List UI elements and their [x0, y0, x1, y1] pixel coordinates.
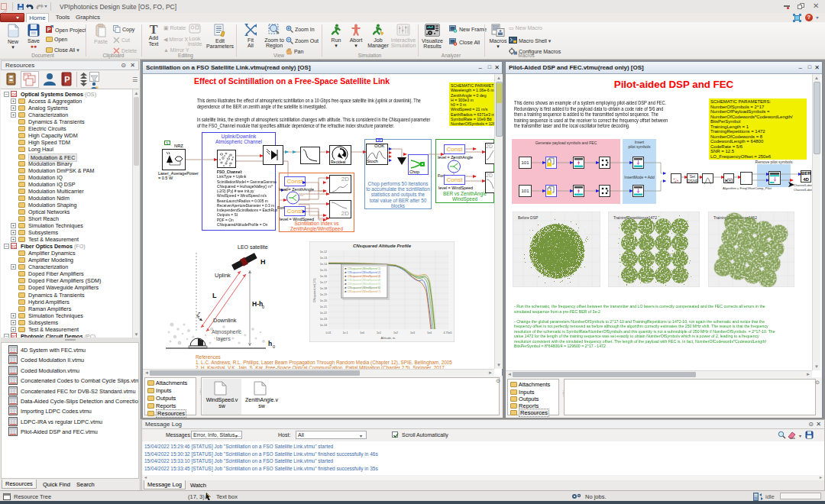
svg-text:-■: -■	[344, 267, 346, 270]
svg-text:CNsquared (WindSpeed 2): CNsquared (WindSpeed 2)	[348, 271, 380, 274]
svg-text:Altitude, m: Altitude, m	[381, 336, 396, 340]
svg-text:1e-16: 1e-16	[320, 275, 327, 278]
svg-text:CNsquared,m^(-2/3): CNsquared,m^(-2/3)	[313, 278, 316, 302]
svg-text:1e-12: 1e-12	[320, 250, 327, 254]
svg-text:Before DSP: Before DSP	[518, 215, 539, 220]
svg-text:CNsquared (WindSpeed 3): CNsquared (WindSpeed 3)	[348, 275, 380, 278]
svg-text:1e2: 1e2	[393, 331, 398, 334]
svg-text:-■: -■	[344, 271, 346, 274]
svg-text:CNsquared Altitude Profile: CNsquared Altitude Profile	[353, 244, 412, 248]
svg-text:h: h	[268, 340, 272, 347]
svg-text:Downlink: Downlink	[213, 317, 237, 324]
svg-text:P: P	[64, 75, 70, 84]
svg-text:0.01: 0.01	[326, 331, 332, 334]
svg-text:LEO satellite: LEO satellite	[238, 244, 268, 250]
svg-text:0: 0	[273, 344, 275, 349]
svg-text:CNsquared (WindSpeed 5): CNsquared (WindSpeed 5)	[348, 283, 380, 286]
svg-text:CNsquared (WindSpeed 6): CNsquared (WindSpeed 6)	[348, 286, 380, 289]
svg-text:H: H	[260, 258, 266, 266]
svg-text:1e4: 1e4	[427, 331, 432, 334]
svg-text:Uplink: Uplink	[215, 272, 231, 279]
svg-text:Mod: Mod	[674, 182, 679, 185]
svg-text:0: 0	[262, 305, 264, 309]
svg-text:CNsquared (WindSpeed 1): CNsquared (WindSpeed 1)	[348, 267, 380, 270]
svg-text:1e-21: 1e-21	[320, 305, 327, 309]
svg-text:1e-24: 1e-24	[320, 324, 327, 327]
svg-text:PS: PS	[24, 73, 29, 77]
svg-text:P: P	[47, 27, 51, 32]
svg-text:L: L	[212, 292, 217, 299]
svg-text:1e-18: 1e-18	[320, 287, 327, 290]
svg-text:CNsquared (WindSpeed 4): CNsquared (WindSpeed 4)	[348, 279, 380, 282]
svg-text:-■: -■	[344, 283, 346, 286]
svg-text:CNsquared (WindSpeed 7): CNsquared (WindSpeed 7)	[348, 290, 380, 293]
svg-text:1e-20: 1e-20	[320, 299, 327, 302]
svg-text:-■: -■	[344, 275, 346, 278]
svg-text:1e-22: 1e-22	[320, 312, 327, 315]
svg-text:layers: layers	[216, 336, 231, 342]
svg-text:Atmospheric: Atmospheric	[212, 329, 241, 335]
svg-text:1e-13: 1e-13	[320, 257, 327, 260]
svg-text:1e0: 1e0	[360, 331, 364, 334]
svg-text:1e-17: 1e-17	[320, 281, 327, 284]
svg-text:-■: -■	[344, 290, 346, 293]
svg-text:1e-23: 1e-23	[320, 318, 327, 321]
svg-text:1e-15: 1e-15	[320, 269, 327, 272]
svg-text:ζ: ζ	[197, 311, 201, 318]
svg-text:-■: -■	[344, 286, 346, 289]
svg-text:1e-19: 1e-19	[320, 293, 327, 296]
svg-text:1e-1: 1e-1	[342, 331, 348, 334]
svg-text:1e1: 1e1	[377, 331, 381, 334]
svg-text:-■: -■	[344, 279, 346, 282]
svg-text:4.75e5: 4.75e5	[444, 331, 452, 334]
svg-text:1e3: 1e3	[410, 331, 415, 334]
svg-text:1e-14: 1e-14	[320, 263, 327, 266]
